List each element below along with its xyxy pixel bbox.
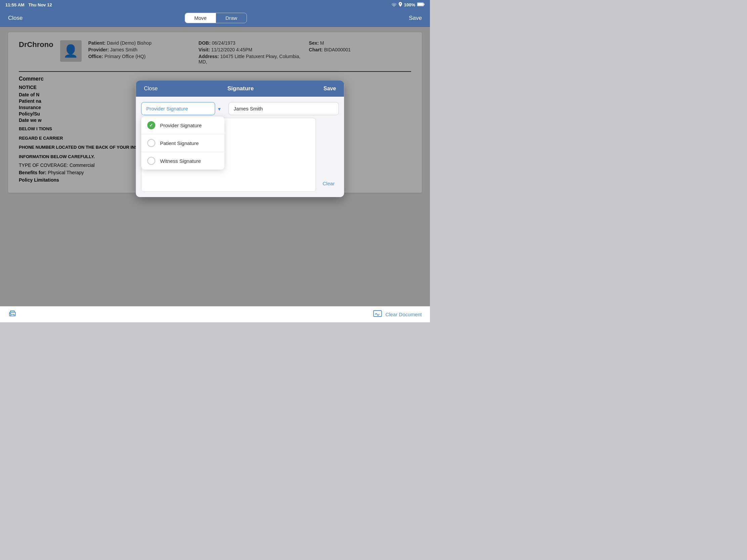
dropdown-item-provider-label: Provider Signature: [160, 123, 202, 128]
nav-save-button[interactable]: Save: [409, 15, 422, 22]
signature-type-selector[interactable]: [141, 102, 215, 115]
signer-name-input[interactable]: [229, 102, 339, 115]
dropdown-item-witness[interactable]: Witness Signature: [141, 152, 224, 169]
modal-close-button[interactable]: Close: [144, 86, 157, 92]
modal-fields-row: ▾ Provider Signature Patient Signature: [141, 102, 339, 115]
dropdown-caret-icon: ▾: [218, 105, 221, 112]
clear-button[interactable]: Clear: [319, 178, 339, 189]
status-bar: 11:55 AM Thu Nov 12 100%: [0, 0, 430, 9]
dropdown-item-patient-label: Patient Signature: [160, 140, 199, 146]
nav-close-button[interactable]: Close: [8, 15, 23, 22]
wifi-icon: [391, 2, 397, 7]
print-button[interactable]: [8, 310, 17, 319]
svg-rect-4: [11, 314, 14, 316]
mode-draw-button[interactable]: Draw: [216, 13, 247, 23]
dropdown-item-patient[interactable]: Patient Signature: [141, 134, 224, 152]
mode-move-button[interactable]: Move: [185, 13, 216, 23]
status-time: 11:55 AM: [5, 2, 25, 7]
modal-header: Close Signature Save: [136, 81, 344, 97]
bottom-right: Clear Document: [373, 310, 422, 319]
status-date: Thu Nov 12: [29, 2, 52, 7]
svg-rect-6: [374, 311, 382, 317]
doc-sign-icon: [373, 310, 382, 319]
dropdown-item-witness-label: Witness Signature: [160, 158, 201, 164]
modal-body: ▾ Provider Signature Patient Signature: [136, 97, 344, 197]
svg-rect-2: [417, 3, 423, 6]
battery-percentage: 100%: [404, 2, 415, 7]
dropdown-item-provider[interactable]: Provider Signature: [141, 116, 224, 134]
radio-provider: [147, 121, 155, 129]
location-icon: [399, 2, 402, 8]
signature-type-dropdown-container: ▾ Provider Signature Patient Signature: [141, 102, 224, 115]
signature-modal: Close Signature Save ▾ Provider Signatur…: [136, 81, 344, 197]
clear-document-button[interactable]: Clear Document: [386, 312, 422, 317]
svg-rect-1: [424, 3, 424, 5]
radio-patient: [147, 139, 155, 147]
bottom-bar: Clear Document: [0, 306, 430, 322]
main-content: DrChrono 👤 Patient: David (Demo) Bishop …: [0, 27, 430, 306]
modal-title: Signature: [227, 85, 254, 92]
mode-toggle: Move Draw: [185, 13, 247, 23]
svg-point-5: [10, 313, 11, 314]
modal-save-button[interactable]: Save: [324, 86, 336, 92]
nav-bar: Close Move Draw Save: [0, 9, 430, 27]
signature-type-dropdown-menu: Provider Signature Patient Signature Wit…: [141, 116, 224, 169]
radio-witness: [147, 157, 155, 165]
battery-icon: [417, 2, 424, 7]
